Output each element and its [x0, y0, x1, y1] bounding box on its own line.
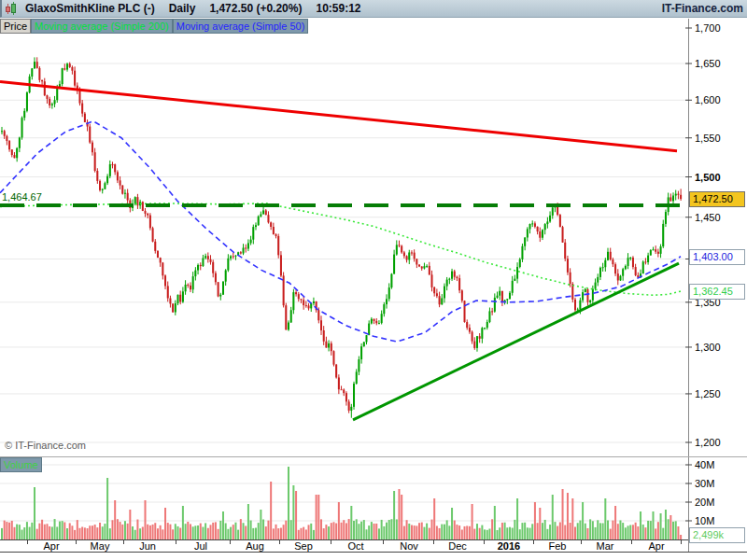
svg-text:1,300: 1,300 — [695, 342, 721, 353]
svg-text:May: May — [91, 540, 110, 552]
volume-value-badge: 2,499k — [689, 527, 745, 543]
price-chart-canvas[interactable]: 1,464.671,7001,6501,6001,5501,5001,4501,… — [0, 0, 747, 560]
svg-text:20M: 20M — [695, 497, 714, 508]
volume-axis-labels: 40M30M20M10M — [685, 459, 714, 526]
y-axis-labels: 1,7001,6501,6001,5501,5001,4501,4001,350… — [685, 22, 721, 448]
tab-moving-average-200[interactable]: Moving average (Simple 200) — [31, 19, 173, 34]
svg-text:Aug: Aug — [246, 540, 264, 552]
svg-text:10M: 10M — [695, 515, 714, 526]
svg-text:1,200: 1,200 — [695, 437, 721, 448]
svg-text:Nov: Nov — [400, 540, 418, 552]
svg-text:Jul: Jul — [194, 540, 207, 552]
svg-text:Oct: Oct — [347, 540, 363, 552]
svg-text:30M: 30M — [695, 478, 714, 489]
svg-text:1,250: 1,250 — [695, 388, 721, 399]
svg-text:Sep: Sep — [294, 540, 313, 552]
last-quote: 1,472.50 (+0.20%) — [209, 2, 302, 15]
svg-text:Apr: Apr — [43, 540, 59, 552]
svg-text:1,600: 1,600 — [695, 94, 721, 105]
svg-text:Jun: Jun — [139, 540, 156, 552]
volume-bars — [1, 467, 682, 539]
quote-time: 10:59:12 — [316, 2, 360, 15]
svg-text:1,650: 1,650 — [695, 58, 721, 69]
timeframe-label: Daily — [169, 2, 196, 15]
watermark: © IT-Finance.com — [5, 440, 86, 451]
candles — [1, 57, 682, 417]
svg-text:1,450: 1,450 — [695, 212, 721, 223]
svg-text:40M: 40M — [695, 459, 714, 470]
tab-price[interactable]: Price — [0, 19, 31, 34]
svg-text:Mar: Mar — [597, 540, 614, 552]
svg-text:Dec: Dec — [448, 540, 467, 552]
x-axis-labels: AprMayJunJulAugSepOctNovDec2016FebMarApr — [28, 539, 682, 552]
tab-moving-average-50[interactable]: Moving average (Simple 50) — [173, 19, 309, 34]
instrument-title: GlaxoSmithKline PLC (-) — [25, 2, 155, 15]
svg-text:2016: 2016 — [498, 540, 520, 552]
indicator-tabs: Price Moving average (Simple 200) Moving… — [0, 19, 308, 34]
chart-window: 1,464.671,7001,6501,6001,5501,5001,4501,… — [0, 0, 747, 560]
svg-text:Feb: Feb — [549, 540, 567, 552]
tab-volume[interactable]: Volume — [0, 457, 42, 472]
ma50-line — [0, 121, 681, 342]
svg-text:1,500: 1,500 — [695, 172, 721, 183]
svg-text:1,700: 1,700 — [695, 22, 721, 34]
ma200-value-badge: 1,362.45 — [689, 284, 745, 300]
svg-text:1,550: 1,550 — [695, 133, 721, 144]
trendline-descending-resistance[interactable] — [0, 82, 677, 151]
svg-text:Apr: Apr — [648, 540, 664, 552]
candlestick-icon — [5, 1, 18, 16]
horizontal-level-label: 1,464.67 — [2, 191, 42, 203]
last-price-badge: 1,472.50 — [689, 191, 745, 207]
trendline-ascending-support[interactable] — [353, 263, 679, 420]
brand-logo: IT-Finance.com — [662, 2, 743, 15]
title-bar: GlaxoSmithKline PLC (-) Daily 1,472.50 (… — [0, 0, 747, 18]
ma50-value-badge: 1,403.00 — [689, 249, 745, 265]
